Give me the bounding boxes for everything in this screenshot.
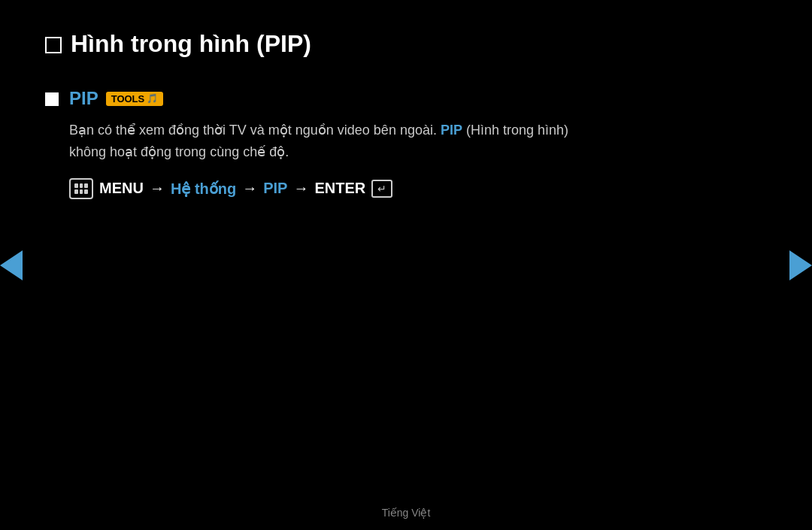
menu-dot-4: [74, 189, 78, 194]
checkbox-icon: [45, 37, 62, 53]
menu-dot-1: [74, 183, 78, 188]
menu-dot-6: [84, 189, 88, 194]
nav-instruction: MENU → Hệ thống → PIP → ENTER ↵: [69, 178, 767, 199]
menu-dot-5: [80, 189, 83, 194]
pip-heading: PIP: [69, 88, 98, 109]
tools-badge-text: TOOLS: [111, 93, 145, 104]
pip-nav-label: PIP: [263, 180, 287, 197]
tools-badge-icon: 🎵: [147, 93, 158, 104]
arrow-2: →: [242, 180, 257, 197]
enter-arrow-icon: ↵: [377, 183, 386, 195]
nav-right-button[interactable]: [789, 250, 812, 280]
nav-left-button[interactable]: [0, 250, 23, 280]
arrow-1: →: [150, 180, 165, 197]
menu-label: MENU: [99, 180, 144, 197]
description-text: Bạn có thể xem đồng thời TV và một nguồn…: [69, 120, 767, 163]
section-content: PIP TOOLS 🎵 Bạn có thể xem đồng thời TV …: [69, 88, 767, 199]
main-content: Hình trong hình (PIP) PIP TOOLS 🎵 Bạn có…: [0, 0, 812, 199]
enter-label: ENTER: [314, 180, 365, 197]
desc-line2: không hoạt động trong cùng chế độ.: [69, 144, 289, 159]
desc-pip-inline: PIP: [441, 123, 462, 138]
menu-dot-3: [84, 183, 88, 188]
menu-dot-2: [80, 183, 83, 188]
desc-part1: Bạn có thể xem đồng thời TV và một nguồn…: [69, 123, 441, 138]
menu-icon-box: [69, 178, 93, 199]
page-title-container: Hình trong hình (PIP): [45, 30, 767, 58]
square-bullet-icon: [45, 92, 59, 106]
tools-badge: TOOLS 🎵: [106, 92, 164, 106]
arrow-3: →: [293, 180, 308, 197]
desc-part2: (Hình trong hình): [462, 123, 568, 138]
enter-icon-box: ↵: [371, 180, 392, 198]
section-header: PIP TOOLS 🎵: [69, 88, 767, 109]
footer-language: Tiếng Việt: [382, 507, 431, 519]
he-thong-label: Hệ thống: [171, 180, 236, 198]
pip-section: PIP TOOLS 🎵 Bạn có thể xem đồng thời TV …: [45, 88, 767, 199]
page-title: Hình trong hình (PIP): [71, 30, 311, 58]
menu-icon-inner: [74, 183, 88, 194]
